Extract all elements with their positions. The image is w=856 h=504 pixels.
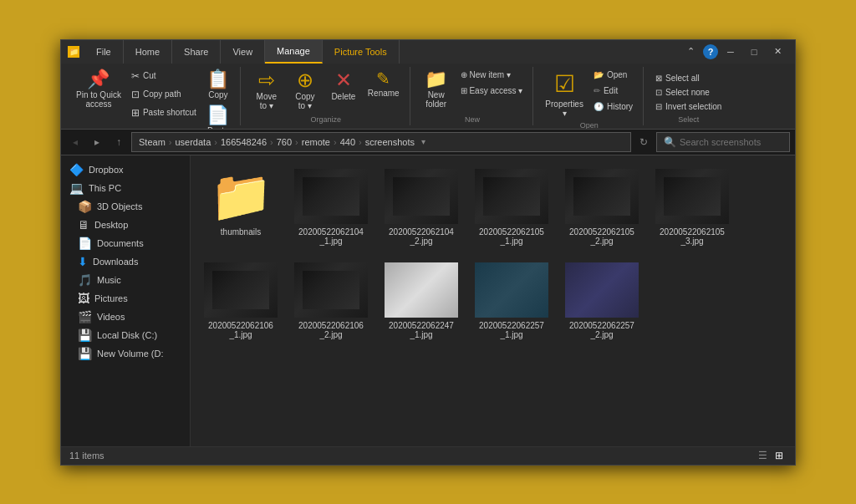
- file-item-img7[interactable]: 20200522062106_2.jpg: [289, 257, 373, 344]
- list-view-button[interactable]: ☰: [755, 449, 770, 462]
- edit-button[interactable]: ✏ Edit: [590, 84, 636, 97]
- view-toggle: ☰ ⊞: [755, 449, 787, 462]
- move-to-button[interactable]: ⇨ Moveto ▾: [249, 69, 284, 112]
- up-button[interactable]: ↑: [110, 133, 128, 151]
- copy-button[interactable]: 📋 Copy: [203, 69, 233, 101]
- help-button[interactable]: ?: [703, 44, 718, 59]
- address-dropdown-icon[interactable]: ▾: [421, 137, 425, 146]
- ribbon-organize-items: ⇨ Moveto ▾ ⊕ Copyto ▾ ✕ Delete ✎ Rename: [249, 69, 403, 114]
- path-remote[interactable]: remote: [302, 137, 330, 147]
- tab-view[interactable]: View: [221, 40, 265, 64]
- ribbon-new-items: 📁 Newfolder ⊕ New item ▾ ⊞ Easy access ▾: [419, 69, 527, 114]
- sidebar-item-3d-objects[interactable]: 📦 3D Objects: [61, 197, 190, 216]
- file-name-img9: 20200522062257_1.jpg: [479, 321, 544, 339]
- search-box[interactable]: 🔍: [656, 132, 790, 152]
- invert-selection-button[interactable]: ⊟ Invert selection: [652, 100, 725, 113]
- sidebar-item-label-dropbox: Dropbox: [89, 165, 124, 175]
- documents-icon: 📄: [78, 237, 92, 250]
- sidebar-item-documents[interactable]: 📄 Documents: [61, 234, 190, 252]
- sidebar-item-pictures[interactable]: 🖼 Pictures: [61, 289, 190, 308]
- open-icon: 📂: [594, 70, 604, 79]
- search-input[interactable]: [680, 137, 795, 147]
- file-thumb-img6: [204, 262, 278, 318]
- tab-manage[interactable]: Manage: [265, 40, 323, 64]
- paste-shortcut-button[interactable]: ⊞ Paste shortcut: [128, 105, 200, 120]
- file-item-img9[interactable]: 20200522062257_1.jpg: [470, 257, 553, 344]
- file-item-img5[interactable]: 20200522062105_3.jpg: [650, 164, 734, 251]
- back-button[interactable]: ◂: [66, 133, 84, 151]
- path-userid[interactable]: 166548246: [221, 137, 267, 147]
- select-group-label: Select: [678, 114, 699, 124]
- forward-button[interactable]: ▸: [88, 133, 106, 151]
- window-controls: ⌃ ? ─ □ ✕: [680, 44, 788, 59]
- new-folder-button[interactable]: 📁 Newfolder: [419, 69, 454, 110]
- select-none-button[interactable]: ⊡ Select none: [652, 86, 725, 99]
- local-disk-icon: 💾: [78, 328, 92, 342]
- file-item-img6[interactable]: 20200522062106_1.jpg: [199, 257, 283, 344]
- sidebar-item-label-documents: Documents: [97, 238, 144, 248]
- properties-icon: ☑: [554, 70, 575, 98]
- file-item-img1[interactable]: 20200522062104_1.jpg: [289, 164, 373, 251]
- rename-button[interactable]: ✎ Rename: [364, 69, 403, 99]
- path-440[interactable]: 440: [340, 137, 355, 147]
- file-name-thumbnails: thumbnails: [221, 227, 261, 237]
- path-steam[interactable]: Steam: [139, 137, 166, 147]
- copy-to-button[interactable]: ⊕ Copyto ▾: [288, 69, 323, 112]
- grid-view-button[interactable]: ⊞: [772, 449, 787, 462]
- sidebar-item-music[interactable]: 🎵 Music: [61, 271, 190, 289]
- open-button[interactable]: 📂 Open: [590, 69, 636, 81]
- path-screenshots[interactable]: screenshots: [365, 137, 415, 147]
- copy-path-icon: ⊡: [131, 89, 140, 100]
- pin-to-quick-access-button[interactable]: 📌 Pin to Quickaccess: [73, 69, 125, 110]
- file-item-img8[interactable]: 20200522062247_1.jpg: [380, 257, 463, 344]
- file-item-img3[interactable]: 20200522062105_1.jpg: [470, 164, 553, 251]
- select-none-label: Select none: [665, 88, 710, 97]
- file-thumb-img2: [385, 169, 458, 224]
- delete-button[interactable]: ✕ Delete: [326, 69, 361, 103]
- pin-icon: 📌: [87, 70, 110, 89]
- desktop-icon: 🖥: [78, 218, 89, 232]
- easy-access-button[interactable]: ⊞ Easy access ▾: [457, 84, 527, 97]
- file-name-img1: 20200522062104_1.jpg: [298, 227, 364, 246]
- videos-icon: 🎬: [78, 310, 92, 323]
- select-all-button[interactable]: ⊠ Select all: [652, 72, 725, 84]
- file-thumb-img8: [385, 262, 458, 318]
- sidebar-item-local-disk[interactable]: 💾 Local Disk (C:): [61, 326, 190, 344]
- sidebar-item-videos[interactable]: 🎬 Videos: [61, 308, 190, 326]
- file-thumb-img5: [655, 169, 729, 224]
- copy-path-button[interactable]: ⊡ Copy path: [128, 87, 200, 102]
- properties-button[interactable]: ☑ Properties▾: [542, 69, 587, 120]
- file-item-img2[interactable]: 20200522062104_2.jpg: [380, 164, 463, 251]
- cut-button[interactable]: ✂ Cut: [128, 69, 200, 84]
- sidebar-wrapper: 🔷 Dropbox 💻 This PC 📦 3D Objects 🖥 Deskt…: [61, 155, 191, 446]
- sidebar-item-new-volume[interactable]: 💾 New Volume (D:: [61, 344, 190, 363]
- file-name-img6: 20200522062106_1.jpg: [208, 321, 273, 339]
- path-userdata[interactable]: userdata: [175, 137, 211, 147]
- tab-home[interactable]: Home: [124, 40, 172, 64]
- tab-file[interactable]: File: [84, 40, 124, 64]
- tab-share[interactable]: Share: [172, 40, 221, 64]
- address-path[interactable]: Steam › userdata › 166548246 › 760 › rem…: [131, 132, 631, 152]
- new-item-button[interactable]: ⊕ New item ▾: [457, 69, 527, 81]
- chevron-up-icon[interactable]: ⌃: [680, 44, 701, 59]
- minimize-button[interactable]: ─: [720, 44, 741, 59]
- maximize-button[interactable]: □: [743, 44, 765, 59]
- file-item-img4[interactable]: 20200522062105_2.jpg: [560, 164, 644, 251]
- ribbon-group-organize: ⇨ Moveto ▾ ⊕ Copyto ▾ ✕ Delete ✎ Rename: [242, 67, 410, 125]
- move-to-icon: ⇨: [258, 70, 275, 90]
- file-item-thumbnails[interactable]: 📁 thumbnails: [199, 164, 283, 251]
- file-item-img10[interactable]: 20200522062257_2.jpg: [560, 257, 644, 344]
- new-group-label: New: [465, 114, 480, 124]
- refresh-button[interactable]: ↻: [634, 133, 653, 151]
- sidebar-item-desktop[interactable]: 🖥 Desktop: [61, 216, 190, 234]
- history-button[interactable]: 🕐 History: [590, 100, 636, 113]
- sidebar-item-this-pc[interactable]: 💻 This PC: [61, 179, 190, 197]
- select-all-icon: ⊠: [655, 74, 662, 83]
- tab-picture-tools[interactable]: Picture Tools: [323, 40, 400, 64]
- downloads-icon: ⬇: [78, 255, 88, 268]
- window-icon: 📁: [68, 46, 79, 58]
- path-760[interactable]: 760: [277, 137, 292, 147]
- sidebar-item-dropbox[interactable]: 🔷 Dropbox: [61, 160, 190, 179]
- sidebar-item-downloads[interactable]: ⬇ Downloads: [61, 252, 190, 271]
- close-button[interactable]: ✕: [767, 44, 788, 59]
